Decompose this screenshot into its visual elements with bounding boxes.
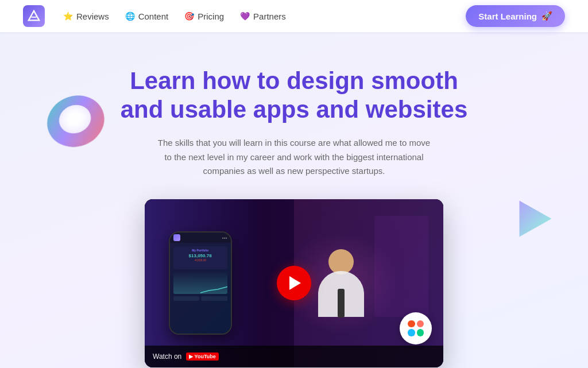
rocket-icon: 🚀 [541, 11, 552, 21]
microphone [338, 289, 345, 317]
play-triangle-icon [289, 276, 301, 290]
figma-dot-1 [408, 320, 415, 328]
navbar: ⭐ Reviews 🌐 Content 🎯 Pricing 💜 Partners… [0, 0, 588, 32]
nav-link-pricing[interactable]: 🎯 Pricing [184, 11, 224, 21]
phone-app-logo [173, 234, 180, 241]
pricing-icon: 🎯 [184, 11, 194, 21]
figma-dot-4 [417, 329, 424, 336]
phone-mockup: ●●● My Portfolio $13,050.78 -4,023.10 [169, 231, 232, 335]
nav-link-content[interactable]: 🌐 Content [125, 11, 169, 21]
figma-dots [408, 320, 424, 336]
reviews-icon: ⭐ [63, 11, 73, 21]
nav-links: ⭐ Reviews 🌐 Content 🎯 Pricing 💜 Partners [63, 11, 286, 21]
nav-link-partners[interactable]: 💜 Partners [240, 11, 286, 21]
logo-icon [23, 5, 45, 27]
watch-text: Watch on [153, 352, 181, 361]
figma-dot-3 [408, 329, 415, 336]
hero-subtitle: The skills that you will learn in this c… [156, 136, 432, 179]
play-button[interactable] [277, 266, 311, 300]
svg-marker-0 [29, 11, 39, 21]
nav-link-reviews[interactable]: ⭐ Reviews [63, 11, 109, 21]
start-learning-button[interactable]: Start Learning 🚀 [466, 5, 565, 27]
video-container: Intro - UX/UI Design Process and Princip… [145, 199, 443, 367]
play-decoration [513, 199, 559, 245]
hero-section: Learn how to design smooth and usable ap… [0, 32, 588, 368]
phone-header: ●●● [170, 233, 231, 243]
logo[interactable] [23, 5, 45, 27]
video-player[interactable]: Intro - UX/UI Design Process and Princip… [145, 199, 443, 367]
hero-title: Learn how to design smooth and usable ap… [121, 67, 468, 125]
figma-badge [400, 312, 432, 344]
youtube-logo[interactable]: ▶ YouTube [186, 352, 219, 361]
torus-decoration [46, 90, 103, 147]
figma-dot-2 [417, 320, 424, 328]
video-footer: Watch on ▶ YouTube [145, 346, 443, 367]
phone-screen: My Portfolio $13,050.78 -4,023.10 [170, 243, 231, 334]
partners-icon: 💜 [240, 11, 250, 21]
nav-left: ⭐ Reviews 🌐 Content 🎯 Pricing 💜 Partners [23, 5, 286, 27]
content-icon: 🌐 [125, 11, 135, 21]
